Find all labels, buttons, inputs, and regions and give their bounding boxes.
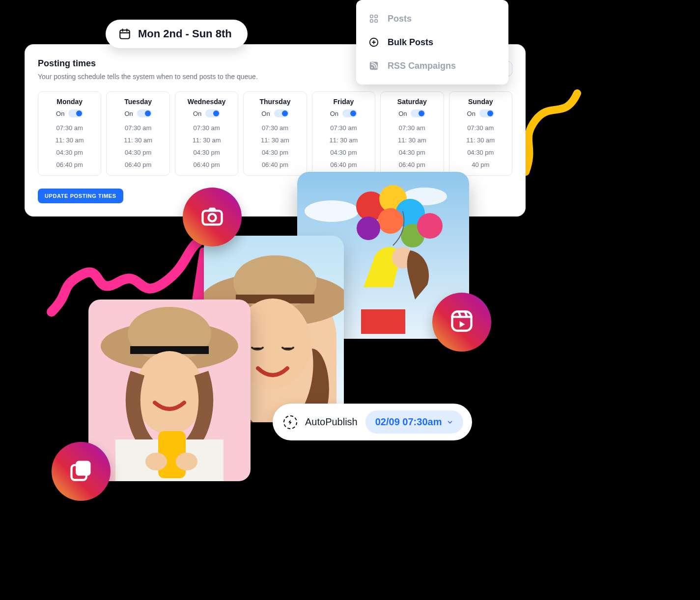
svg-point-29 bbox=[135, 351, 204, 435]
autopublish-datetime: 02/09 07:30am bbox=[375, 416, 442, 428]
day-card-thursday: Thursday On 07:30 am11: 30 am04:30 pm06:… bbox=[243, 91, 307, 176]
posting-time[interactable]: 04:30 pm bbox=[112, 149, 164, 156]
posting-time[interactable]: 06:40 pm bbox=[43, 161, 96, 168]
day-name: Sunday bbox=[454, 98, 507, 106]
day-card-friday: Friday On 07:30 am11: 30 am04:30 pm06:40… bbox=[312, 91, 375, 176]
day-toggle[interactable] bbox=[479, 109, 494, 117]
posting-time[interactable]: 11: 30 am bbox=[454, 136, 507, 144]
posting-time[interactable]: 40 pm bbox=[454, 161, 507, 168]
svg-rect-0 bbox=[120, 30, 130, 38]
posting-time[interactable]: 07:30 am bbox=[317, 124, 370, 132]
toggle-label: On bbox=[193, 110, 201, 117]
autopublish-datetime-chip[interactable]: 02/09 07:30am bbox=[365, 410, 464, 434]
svg-rect-2 bbox=[375, 15, 378, 18]
posting-time[interactable]: 07:30 am bbox=[43, 124, 96, 132]
svg-rect-35 bbox=[452, 312, 472, 331]
posting-time[interactable]: 06:40 pm bbox=[249, 161, 301, 168]
menu-item-bulk-posts[interactable]: Bulk Posts bbox=[356, 30, 508, 54]
day-times-list: 07:30 am11: 30 am04:30 pm06:40 pm bbox=[317, 124, 370, 168]
menu-item-label: Bulk Posts bbox=[388, 37, 433, 48]
carousel-icon bbox=[68, 458, 94, 485]
svg-rect-3 bbox=[370, 20, 373, 23]
svg-rect-33 bbox=[203, 211, 222, 224]
menu-item-rss-campaigns[interactable]: RSS Campaigns bbox=[356, 54, 508, 78]
update-posting-times-button[interactable]: UPDATE POSTING TIMES bbox=[38, 189, 123, 203]
plus-circle-icon bbox=[368, 36, 380, 48]
autopublish-pill: AutoPublish 02/09 07:30am bbox=[273, 404, 472, 440]
svg-point-34 bbox=[208, 214, 216, 221]
instagram-reels-badge bbox=[432, 293, 491, 352]
day-card-wednesday: Wednesday On 07:30 am11: 30 am04:30 pm06… bbox=[175, 91, 238, 176]
day-name: Thursday bbox=[249, 98, 301, 106]
toggle-label: On bbox=[56, 110, 64, 117]
day-toggle[interactable] bbox=[205, 109, 220, 117]
svg-point-15 bbox=[357, 217, 380, 240]
day-name: Monday bbox=[43, 98, 96, 106]
posting-time[interactable]: 04:30 pm bbox=[386, 149, 438, 156]
posting-time[interactable]: 07:30 am bbox=[180, 124, 233, 132]
day-times-list: 07:30 am11: 30 am04:30 pm06:40 pm bbox=[386, 124, 438, 168]
posting-time[interactable]: 11: 30 am bbox=[386, 136, 438, 144]
chevron-down-icon bbox=[447, 419, 453, 426]
posting-time[interactable]: 04:30 pm bbox=[317, 149, 370, 156]
posting-time[interactable]: 04:30 pm bbox=[454, 149, 507, 156]
date-range-pill[interactable]: Mon 2nd - Sun 8th bbox=[106, 20, 248, 48]
day-times-list: 07:30 am11: 30 am04:30 pm06:40 pm bbox=[249, 124, 301, 168]
day-toggle[interactable] bbox=[137, 109, 152, 117]
posting-time[interactable]: 11: 30 am bbox=[112, 136, 164, 144]
posting-time[interactable]: 07:30 am bbox=[249, 124, 301, 132]
toggle-label: On bbox=[467, 110, 476, 117]
day-toggle[interactable] bbox=[342, 109, 357, 117]
day-card-tuesday: Tuesday On 07:30 am11: 30 am04:30 pm06:4… bbox=[106, 91, 169, 176]
posting-time[interactable]: 06:40 pm bbox=[386, 161, 438, 168]
svg-rect-36 bbox=[76, 461, 90, 476]
day-name: Saturday bbox=[386, 98, 438, 106]
posting-time[interactable]: 04:30 pm bbox=[249, 149, 301, 156]
posting-time[interactable]: 06:40 pm bbox=[112, 161, 164, 168]
compose-menu: Posts Bulk Posts RSS Campaigns bbox=[356, 0, 508, 84]
menu-item-posts[interactable]: Posts bbox=[356, 7, 508, 30]
posting-time[interactable]: 11: 30 am bbox=[180, 136, 233, 144]
posting-time[interactable]: 07:30 am bbox=[112, 124, 164, 132]
day-toggle[interactable] bbox=[411, 109, 425, 117]
reels-icon bbox=[449, 308, 475, 336]
autopublish-label: AutoPublish bbox=[305, 416, 358, 428]
day-times-list: 07:30 am11: 30 am04:30 pm06:40 pm bbox=[112, 124, 164, 168]
toggle-label: On bbox=[398, 110, 407, 117]
posting-time[interactable]: 11: 30 am bbox=[317, 136, 370, 144]
svg-point-32 bbox=[176, 453, 197, 470]
posting-time[interactable]: 06:40 pm bbox=[180, 161, 233, 168]
toggle-label: On bbox=[124, 110, 133, 117]
grid-icon bbox=[368, 13, 380, 25]
svg-point-14 bbox=[378, 208, 403, 234]
date-range-label: Mon 2nd - Sun 8th bbox=[138, 27, 232, 40]
day-times-list: 07:30 am11: 30 am04:30 pm06:40 pm bbox=[43, 124, 96, 168]
instagram-camera-badge bbox=[183, 188, 242, 246]
toggle-label: On bbox=[261, 110, 270, 117]
toggle-label: On bbox=[330, 110, 338, 117]
svg-point-9 bbox=[305, 200, 359, 222]
svg-point-31 bbox=[145, 453, 167, 470]
day-toggle[interactable] bbox=[68, 109, 83, 117]
posting-time[interactable]: 07:30 am bbox=[454, 124, 507, 132]
svg-rect-4 bbox=[375, 20, 378, 23]
posting-time[interactable]: 11: 30 am bbox=[43, 136, 96, 144]
calendar-icon bbox=[118, 27, 131, 40]
posting-time[interactable]: 06:40 pm bbox=[317, 161, 370, 168]
decorative-squiggle-yellow bbox=[518, 86, 587, 179]
svg-point-17 bbox=[417, 213, 443, 239]
day-name: Friday bbox=[317, 98, 370, 106]
posting-time[interactable]: 04:30 pm bbox=[180, 149, 233, 156]
camera-icon bbox=[199, 203, 225, 231]
posting-time[interactable]: 11: 30 am bbox=[249, 136, 301, 144]
day-card-saturday: Saturday On 07:30 am11: 30 am04:30 pm06:… bbox=[380, 91, 444, 176]
posting-time[interactable]: 07:30 am bbox=[386, 124, 438, 132]
days-row: Monday On 07:30 am11: 30 am04:30 pm06:40… bbox=[38, 91, 512, 176]
day-toggle[interactable] bbox=[274, 109, 289, 117]
day-times-list: 07:30 am11: 30 am04:30 pm40 pm bbox=[454, 124, 507, 168]
posting-time[interactable]: 04:30 pm bbox=[43, 149, 96, 156]
svg-point-7 bbox=[371, 67, 373, 68]
day-card-sunday: Sunday On 07:30 am11: 30 am04:30 pm40 pm bbox=[449, 91, 512, 176]
svg-rect-1 bbox=[370, 15, 373, 18]
rss-icon bbox=[368, 60, 380, 72]
